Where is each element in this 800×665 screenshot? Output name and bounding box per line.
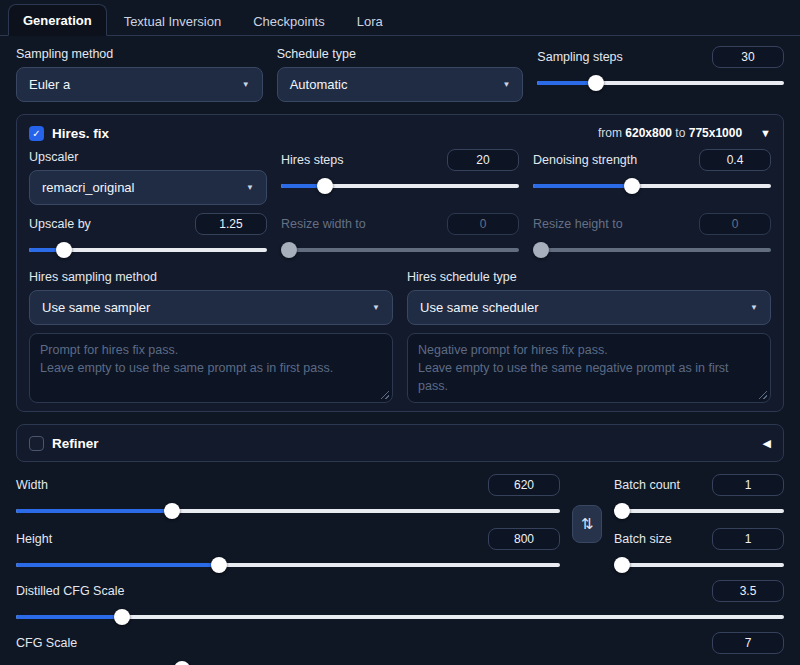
hires-prompt-textarea[interactable] (29, 333, 393, 403)
hires-schedule-type-dropdown[interactable]: Use same scheduler ▼ (407, 290, 771, 325)
sampling-method-dropdown[interactable]: Euler a ▼ (16, 67, 263, 102)
batch-count-slider[interactable] (614, 502, 784, 520)
sampling-steps-slider[interactable] (537, 74, 784, 92)
sampling-method-label: Sampling method (16, 46, 263, 62)
upscaler-value: remacri_original (42, 180, 134, 195)
slider-thumb[interactable] (588, 75, 604, 91)
resize-height-input[interactable] (699, 213, 771, 235)
to-label: to (675, 126, 685, 140)
slider-thumb[interactable] (56, 242, 72, 258)
tab-textual-inversion[interactable]: Textual Inversion (109, 5, 237, 36)
accordion-collapsed-icon[interactable]: ◀ (763, 437, 771, 450)
height-field: Height (16, 528, 560, 574)
slider-fill (16, 509, 172, 513)
batch-size-slider[interactable] (614, 556, 784, 574)
upscale-by-input[interactable] (195, 213, 267, 235)
hires-fix-accordion: ✓ Hires. fix from 620x800 to 775x1000 ▼ … (16, 114, 784, 412)
slider-thumb[interactable] (624, 178, 640, 194)
schedule-type-field: Schedule type Automatic ▼ (277, 46, 524, 102)
width-slider[interactable] (16, 502, 560, 520)
slider-thumb[interactable] (174, 661, 190, 665)
swap-dimensions-button[interactable]: ⇅ (572, 505, 602, 543)
resize-width-input[interactable] (447, 213, 519, 235)
batch-count-input[interactable] (712, 474, 784, 496)
slider-thumb[interactable] (614, 557, 630, 573)
cfg-scale-input[interactable] (712, 632, 784, 654)
hires-row-4 (29, 333, 771, 403)
refiner-header[interactable]: Refiner ◀ (29, 433, 771, 453)
hires-steps-label: Hires steps (281, 152, 344, 168)
resize-height-label: Resize height to (533, 216, 623, 232)
tab-checkpoints[interactable]: Checkpoints (238, 5, 340, 36)
dimensions-section: Width Height (16, 474, 784, 574)
tab-generation[interactable]: Generation (8, 4, 107, 36)
refiner-checkbox[interactable] (29, 436, 44, 451)
resize-height-slider[interactable] (533, 241, 771, 259)
slider-thumb[interactable] (281, 242, 297, 258)
hires-negative-prompt-textarea[interactable] (407, 333, 771, 403)
sampling-steps-input[interactable] (712, 46, 784, 68)
chevron-down-icon: ▼ (750, 303, 758, 312)
slider-fill (16, 563, 219, 567)
hires-fix-header[interactable]: ✓ Hires. fix from 620x800 to 775x1000 ▼ (29, 123, 771, 143)
batch-size-input[interactable] (712, 528, 784, 550)
hires-resolution-summary: from 620x800 to 775x1000 (598, 126, 742, 140)
distilled-cfg-scale-input[interactable] (712, 580, 784, 602)
denoising-strength-field: Denoising strength (533, 149, 771, 205)
hires-row-3: Hires sampling method Use same sampler ▼… (29, 269, 771, 325)
denoising-strength-slider[interactable] (533, 177, 771, 195)
hires-steps-field: Hires steps (281, 149, 519, 205)
hires-sampling-method-value: Use same sampler (42, 300, 150, 315)
chevron-down-icon: ▼ (246, 183, 254, 192)
upscaler-label: Upscaler (29, 149, 267, 165)
batch-count-field: Batch count (614, 474, 784, 520)
refiner-accordion: Refiner ◀ (16, 424, 784, 462)
distilled-cfg-scale-field: Distilled CFG Scale (16, 580, 784, 626)
hires-sampling-method-dropdown[interactable]: Use same sampler ▼ (29, 290, 393, 325)
hires-fix-checkbox[interactable]: ✓ (29, 126, 44, 141)
slider-track (614, 563, 784, 567)
slider-thumb[interactable] (164, 503, 180, 519)
cfg-scale-slider[interactable] (16, 660, 784, 665)
slider-track (16, 615, 784, 619)
chevron-down-icon: ▼ (372, 303, 380, 312)
slider-fill (533, 184, 632, 188)
resize-height-field: Resize height to (533, 213, 771, 259)
denoising-strength-input[interactable] (699, 149, 771, 171)
accordion-collapse-icon[interactable]: ▼ (760, 127, 771, 139)
width-input[interactable] (488, 474, 560, 496)
hires-steps-input[interactable] (447, 149, 519, 171)
schedule-type-dropdown[interactable]: Automatic ▼ (277, 67, 524, 102)
sampling-steps-label: Sampling steps (537, 49, 622, 65)
sampling-steps-field: Sampling steps (537, 46, 784, 102)
resize-width-slider[interactable] (281, 241, 519, 259)
hires-row-1: Upscaler remacri_original ▼ Hires steps (29, 149, 771, 205)
hires-prompt-wrap (29, 333, 393, 403)
swap-arrows-icon: ⇅ (581, 515, 594, 533)
slider-track (281, 248, 519, 252)
resize-width-label: Resize width to (281, 216, 366, 232)
batch-column: Batch count Batch size (614, 474, 784, 574)
hires-schedule-type-value: Use same scheduler (420, 300, 539, 315)
chevron-down-icon: ▼ (502, 80, 510, 89)
hires-fix-title: Hires. fix (52, 126, 109, 141)
tab-lora[interactable]: Lora (342, 5, 398, 36)
from-resolution: 620x800 (625, 126, 672, 140)
upscaler-dropdown[interactable]: remacri_original ▼ (29, 170, 267, 205)
height-slider[interactable] (16, 556, 560, 574)
upscale-by-label: Upscale by (29, 216, 91, 232)
schedule-type-label: Schedule type (277, 46, 524, 62)
height-input[interactable] (488, 528, 560, 550)
slider-thumb[interactable] (211, 557, 227, 573)
distilled-cfg-scale-slider[interactable] (16, 608, 784, 626)
swap-column: ⇅ (572, 474, 602, 574)
slider-thumb[interactable] (317, 178, 333, 194)
upscale-by-slider[interactable] (29, 241, 267, 259)
chevron-down-icon: ▼ (242, 80, 250, 89)
resize-width-field: Resize width to (281, 213, 519, 259)
slider-thumb[interactable] (533, 242, 549, 258)
slider-thumb[interactable] (114, 609, 130, 625)
hires-sampling-method-field: Hires sampling method Use same sampler ▼ (29, 269, 393, 325)
hires-steps-slider[interactable] (281, 177, 519, 195)
slider-thumb[interactable] (614, 503, 630, 519)
